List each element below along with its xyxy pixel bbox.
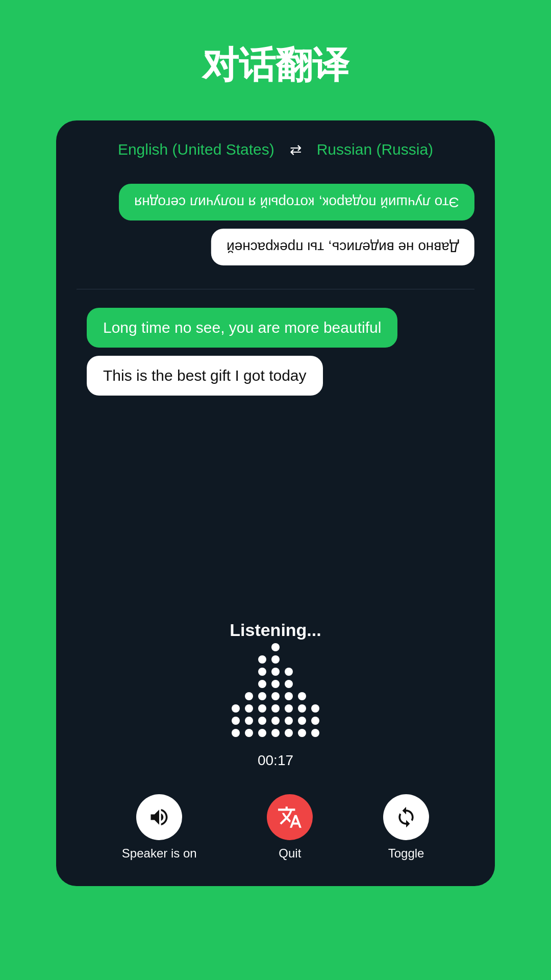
wave-dot bbox=[271, 692, 280, 700]
toggle-label: Toggle bbox=[388, 846, 424, 861]
wave-dot bbox=[271, 704, 280, 713]
wave-dot bbox=[271, 668, 280, 676]
source-language[interactable]: English (United States) bbox=[118, 141, 274, 158]
translate-icon bbox=[277, 804, 303, 830]
flipped-messages: Это лучший подарок, который я получил се… bbox=[77, 184, 474, 276]
speaker-control[interactable]: Speaker is on bbox=[122, 794, 197, 861]
wave-dot bbox=[258, 655, 266, 664]
normal-messages: Long time no see, you are more beautiful… bbox=[77, 303, 474, 396]
wave-dot bbox=[298, 717, 306, 725]
timer-display: 00:17 bbox=[258, 752, 293, 769]
listening-section: Listening... bbox=[56, 605, 495, 789]
flipped-message-1: Это лучший подарок, который я получил се… bbox=[119, 184, 474, 220]
wave-dot bbox=[258, 704, 266, 713]
wave-dot bbox=[271, 655, 280, 664]
listening-label: Listening... bbox=[230, 620, 321, 640]
swap-icon[interactable]: ⇄ bbox=[290, 141, 302, 158]
flipped-message-2: Давно не виделись, ты прекрасней bbox=[211, 229, 474, 265]
quit-label: Quit bbox=[279, 846, 301, 861]
section-divider bbox=[77, 289, 474, 289]
wave-col-5 bbox=[285, 668, 293, 737]
wave-dot bbox=[245, 717, 253, 725]
wave-dot bbox=[245, 729, 253, 737]
quit-button[interactable] bbox=[267, 794, 313, 840]
wave-dot bbox=[311, 729, 319, 737]
wave-dot bbox=[285, 704, 293, 713]
wave-dot bbox=[298, 704, 306, 713]
wave-dot bbox=[258, 692, 266, 700]
wave-dot bbox=[232, 717, 240, 725]
main-card: English (United States) ⇄ Russian (Russi… bbox=[56, 120, 495, 886]
wave-dot bbox=[232, 704, 240, 713]
wave-dot bbox=[245, 692, 253, 700]
wave-dot bbox=[258, 729, 266, 737]
wave-col-1 bbox=[232, 704, 240, 737]
wave-col-7 bbox=[311, 704, 319, 737]
wave-dot bbox=[271, 717, 280, 725]
toggle-icon bbox=[395, 806, 417, 828]
toggle-button[interactable] bbox=[383, 794, 429, 840]
wave-dot bbox=[271, 729, 280, 737]
messages-area: Это лучший подарок, который я получил се… bbox=[56, 174, 495, 605]
wave-dot bbox=[285, 680, 293, 688]
message-white-1: This is the best gift I got today bbox=[87, 356, 323, 396]
wave-dot bbox=[271, 680, 280, 688]
wave-dot bbox=[298, 729, 306, 737]
wave-dot bbox=[311, 717, 319, 725]
speaker-button[interactable] bbox=[136, 794, 182, 840]
bottom-controls: Speaker is on Quit Toggle bbox=[56, 789, 495, 866]
wave-dot bbox=[245, 704, 253, 713]
wave-dot bbox=[311, 704, 319, 713]
wave-col-2 bbox=[245, 692, 253, 737]
wave-dot bbox=[285, 668, 293, 676]
wave-dot bbox=[232, 729, 240, 737]
wave-col-3 bbox=[258, 655, 266, 737]
page-title: 对话翻译 bbox=[202, 41, 349, 90]
wave-dot bbox=[285, 692, 293, 700]
wave-col-4 bbox=[271, 643, 280, 737]
wave-dot bbox=[285, 729, 293, 737]
target-language[interactable]: Russian (Russia) bbox=[317, 141, 433, 158]
toggle-control[interactable]: Toggle bbox=[383, 794, 429, 861]
wave-dot bbox=[271, 643, 280, 651]
wave-dot bbox=[258, 668, 266, 676]
wave-dot bbox=[298, 692, 306, 700]
waveform bbox=[211, 655, 340, 737]
wave-dot bbox=[258, 717, 266, 725]
message-green-1: Long time no see, you are more beautiful bbox=[87, 308, 397, 348]
quit-control[interactable]: Quit bbox=[267, 794, 313, 861]
wave-col-6 bbox=[298, 692, 306, 737]
language-bar: English (United States) ⇄ Russian (Russi… bbox=[56, 120, 495, 174]
wave-dot bbox=[258, 680, 266, 688]
speaker-label: Speaker is on bbox=[122, 846, 197, 861]
speaker-icon bbox=[148, 806, 170, 828]
wave-dot bbox=[285, 717, 293, 725]
